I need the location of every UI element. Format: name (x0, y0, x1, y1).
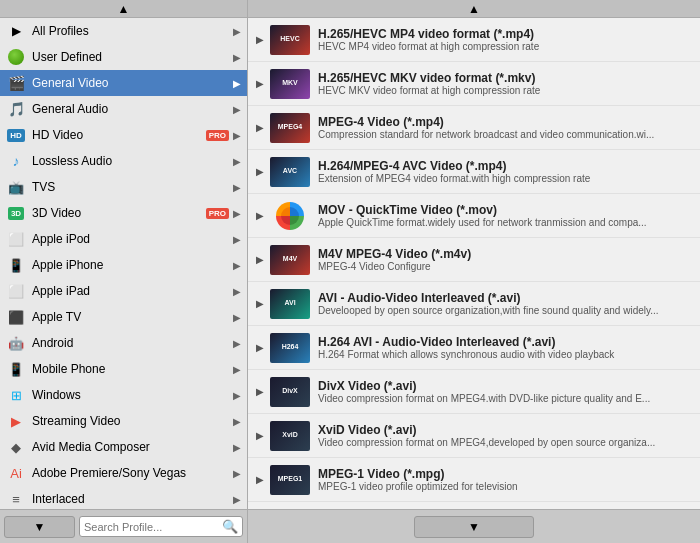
sidebar-item-avid-media-composer[interactable]: ◆Avid Media Composer▶ (0, 434, 247, 460)
right-item-avi[interactable]: ▶ AVI AVI - Audio-Video Interleaved (*.a… (248, 282, 700, 326)
sidebar-item-label-windows: Windows (32, 388, 229, 402)
right-scroll-up-arrow: ▲ (468, 2, 480, 16)
right-item-title-mpeg1: MPEG-1 Video (*.mpg) (318, 467, 692, 481)
sidebar-item-arrow-hd-video: ▶ (233, 130, 241, 141)
left-scroll-down-button[interactable]: ▼ (4, 516, 75, 538)
sidebar-item-arrow-avid-media-composer: ▶ (233, 442, 241, 453)
sidebar-item-android[interactable]: 🤖Android▶ (0, 330, 247, 356)
quicktime-icon (270, 201, 310, 231)
left-scroll-up[interactable]: ▲ (0, 0, 247, 18)
sidebar-item-arrow-3d-video: ▶ (233, 208, 241, 219)
sidebar-item-apple-ipod[interactable]: ⬜Apple iPod▶ (0, 226, 247, 252)
codec-box-h264-avc: AVC (270, 157, 310, 187)
sidebar-item-label-streaming-video: Streaming Video (32, 414, 229, 428)
sidebar-item-arrow-apple-ipod: ▶ (233, 234, 241, 245)
right-item-xvid[interactable]: ▶ XviD XviD Video (*.avi) Video compress… (248, 414, 700, 458)
sidebar-item-arrow-all-profiles: ▶ (233, 26, 241, 37)
right-item-title-h264-avi: H.264 AVI - Audio-Video Interleaved (*.a… (318, 335, 692, 349)
codec-label-m4v: M4V (283, 255, 297, 263)
sidebar-item-general-audio[interactable]: 🎵General Audio▶ (0, 96, 247, 122)
codec-label-hevc-mkv: MKV (282, 79, 298, 87)
right-item-desc-hevc-mp4: HEVC MP4 video format at high compressio… (318, 41, 692, 52)
right-item-arrow-mpeg1: ▶ (256, 474, 264, 485)
right-item-desc-hevc-mkv: HEVC MKV video format at high compressio… (318, 85, 692, 96)
left-scroll-down-arrow: ▼ (34, 520, 46, 534)
codec-box-mpeg4-mp4: MPEG4 (270, 113, 310, 143)
sidebar-item-hd-video[interactable]: HDHD VideoPRO▶ (0, 122, 247, 148)
ipod-icon: ⬜ (8, 232, 24, 247)
sidebar-item-apple-ipad[interactable]: ⬜Apple iPad▶ (0, 278, 247, 304)
right-item-title-m4v: M4V MPEG-4 Video (*.m4v) (318, 247, 692, 261)
sidebar-item-3d-video[interactable]: 3D3D VideoPRO▶ (0, 200, 247, 226)
badge-hd-video: PRO (206, 130, 229, 141)
codec-box-avi: AVI (270, 289, 310, 319)
sidebar-item-label-hd-video: HD Video (32, 128, 202, 142)
codec-label-mpeg4-mp4: MPEG4 (278, 123, 303, 131)
left-list: ▶All Profiles▶User Defined▶🎬General Vide… (0, 18, 247, 509)
sidebar-item-streaming-video[interactable]: ▶Streaming Video▶ (0, 408, 247, 434)
sidebar-item-tvs[interactable]: 📺TVS▶ (0, 174, 247, 200)
right-scroll-down-arrow: ▼ (468, 520, 480, 534)
3d-icon: 3D (8, 207, 24, 220)
right-item-arrow-mpeg4-mp4: ▶ (256, 122, 264, 133)
sidebar-item-adobe-premiere[interactable]: AiAdobe Premiere/Sony Vegas▶ (0, 460, 247, 486)
right-item-hevc-mkv[interactable]: ▶ MKV H.265/HEVC MKV video format (*.mkv… (248, 62, 700, 106)
right-scroll-down-button[interactable]: ▼ (414, 516, 534, 538)
search-input[interactable] (84, 521, 222, 533)
sidebar-item-lossless-audio[interactable]: ♪Lossless Audio▶ (0, 148, 247, 174)
right-item-desc-divx: Video compression format on MPEG4.with D… (318, 393, 692, 404)
right-item-mpeg1[interactable]: ▶ MPEG1 MPEG-1 Video (*.mpg) MPEG-1 vide… (248, 458, 700, 502)
codec-label-avi: AVI (284, 299, 295, 307)
codec-box-m4v: M4V (270, 245, 310, 275)
sidebar-item-label-apple-iphone: Apple iPhone (32, 258, 229, 272)
sidebar-item-apple-tv[interactable]: ⬛Apple TV▶ (0, 304, 247, 330)
android-icon: 🤖 (8, 336, 24, 351)
right-item-desc-mpeg1: MPEG-1 video profile optimized for telev… (318, 481, 692, 492)
codec-label-hevc-mp4: HEVC (280, 35, 299, 43)
right-item-m4v[interactable]: ▶ M4V M4V MPEG-4 Video (*.m4v) MPEG-4 Vi… (248, 238, 700, 282)
sidebar-item-user-defined[interactable]: User Defined▶ (0, 44, 247, 70)
right-scroll-up[interactable]: ▲ (248, 0, 700, 18)
circle-green-icon (8, 49, 24, 65)
right-item-text-h264-avc: H.264/MPEG-4 AVC Video (*.mp4) Extension… (318, 159, 692, 184)
sidebar-item-apple-iphone[interactable]: 📱Apple iPhone▶ (0, 252, 247, 278)
sidebar-item-arrow-general-video: ▶ (233, 78, 241, 89)
right-item-desc-xvid: Video compression format on MPEG4,develo… (318, 437, 692, 448)
right-item-hevc-mp4[interactable]: ▶ HEVC H.265/HEVC MP4 video format (*.mp… (248, 18, 700, 62)
appletv-icon: ⬛ (8, 310, 24, 325)
sidebar-item-arrow-mobile-phone: ▶ (233, 364, 241, 375)
right-item-arrow-h264-avc: ▶ (256, 166, 264, 177)
right-item-mpeg4-mp4[interactable]: ▶ MPEG4 MPEG-4 Video (*.mp4) Compression… (248, 106, 700, 150)
right-panel: ▲ ▶ HEVC H.265/HEVC MP4 video format (*.… (248, 0, 700, 509)
right-item-title-mpeg4-mp4: MPEG-4 Video (*.mp4) (318, 115, 692, 129)
avid-icon: ◆ (11, 440, 21, 455)
sidebar-item-arrow-streaming-video: ▶ (233, 416, 241, 427)
sidebar-item-label-user-defined: User Defined (32, 50, 229, 64)
right-item-text-xvid: XviD Video (*.avi) Video compression for… (318, 423, 692, 448)
sidebar-item-arrow-general-audio: ▶ (233, 104, 241, 115)
search-icon[interactable]: 🔍 (222, 519, 238, 534)
right-item-h264-avi[interactable]: ▶ H264 H.264 AVI - Audio-Video Interleav… (248, 326, 700, 370)
sidebar-item-arrow-user-defined: ▶ (233, 52, 241, 63)
right-item-text-h264-avi: H.264 AVI - Audio-Video Interleaved (*.a… (318, 335, 692, 360)
right-item-h264-avc[interactable]: ▶ AVC H.264/MPEG-4 AVC Video (*.mp4) Ext… (248, 150, 700, 194)
main-content: ▲ ▶All Profiles▶User Defined▶🎬General Vi… (0, 0, 700, 509)
sidebar-item-label-apple-ipad: Apple iPad (32, 284, 229, 298)
codec-label-divx: DivX (282, 387, 298, 395)
sidebar-item-windows[interactable]: ⊞Windows▶ (0, 382, 247, 408)
right-item-text-m4v: M4V MPEG-4 Video (*.m4v) MPEG-4 Video Co… (318, 247, 692, 272)
sidebar-item-label-apple-tv: Apple TV (32, 310, 229, 324)
right-item-mov-quicktime[interactable]: ▶ MOV - QuickTime Video (*.mov) Apple Qu… (248, 194, 700, 238)
sidebar-item-label-apple-ipod: Apple iPod (32, 232, 229, 246)
film-icon: 🎬 (8, 75, 25, 91)
sidebar-item-all-profiles[interactable]: ▶All Profiles▶ (0, 18, 247, 44)
sidebar-item-mobile-phone[interactable]: 📱Mobile Phone▶ (0, 356, 247, 382)
left-scroll-up-arrow: ▲ (118, 2, 130, 16)
right-item-divx[interactable]: ▶ DivX DivX Video (*.avi) Video compress… (248, 370, 700, 414)
right-item-title-hevc-mp4: H.265/HEVC MP4 video format (*.mp4) (318, 27, 692, 41)
right-item-text-mpeg4-mp4: MPEG-4 Video (*.mp4) Compression standar… (318, 115, 692, 140)
sidebar-item-general-video[interactable]: 🎬General Video▶ (0, 70, 247, 96)
iphone-icon: 📱 (8, 258, 24, 273)
sidebar-item-interlaced[interactable]: ≡Interlaced▶ (0, 486, 247, 509)
right-item-mpeg2[interactable]: ▶ MPEG2 MPEG-2 Video (*.mpg) MPEG-2 vide… (248, 502, 700, 509)
